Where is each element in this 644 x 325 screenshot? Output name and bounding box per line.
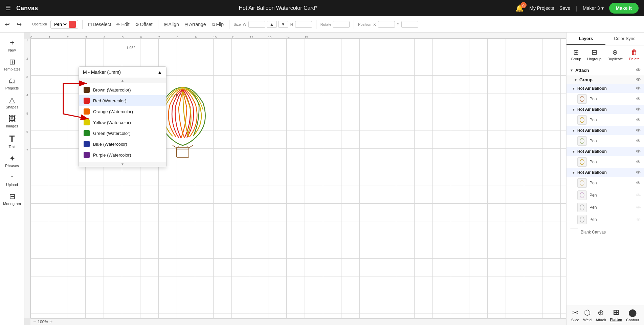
flip-button[interactable]: ⇅ Flip — [210, 21, 225, 28]
attach-eye-icon[interactable]: 👁 — [636, 67, 641, 73]
dropdown-header[interactable]: M - Marker (1mm) ▲ — [79, 67, 166, 78]
width-up[interactable]: ▲ — [267, 21, 277, 28]
layer-balloon-1-pen[interactable]: Pen 👁 — [567, 93, 644, 105]
layer-balloon-4-header[interactable]: ▼ Hot Air Balloon 👁 — [567, 147, 644, 156]
weld-label: Weld — [583, 318, 592, 322]
balloon5-pen4-eye-icon[interactable]: 👁 — [636, 217, 641, 222]
balloon4-eye-icon[interactable]: 👁 — [636, 149, 641, 154]
balloon1-pen-eye-icon[interactable]: 👁 — [636, 96, 641, 102]
group-icon: ⊞ — [573, 48, 579, 56]
redo-button[interactable]: ↪ — [15, 19, 24, 29]
width-input[interactable] — [248, 21, 265, 28]
sidebar-item-monogram[interactable]: ⊟ Monogram — [1, 190, 23, 208]
size-group: Size W ▲ ▼ H — [234, 21, 312, 28]
sidebar-item-images[interactable]: 🖼 Images — [1, 113, 23, 130]
ungroup-button[interactable]: ⊟ Ungroup — [587, 48, 601, 61]
layer-balloon-5-header[interactable]: ▼ Hot Air Balloon 👁 — [567, 168, 644, 177]
height-input[interactable] — [295, 21, 312, 28]
weld-button[interactable]: ⬡ Weld — [583, 308, 592, 322]
ungroup-label: Ungroup — [587, 57, 601, 61]
layer-balloon-5-pen-3[interactable]: Pen 👁 — [567, 201, 644, 214]
slice-button[interactable]: ✂ Slice — [571, 308, 579, 322]
duplicate-button[interactable]: ⊕ Duplicate — [607, 48, 623, 61]
my-projects-link[interactable]: My Projects — [529, 5, 554, 11]
dropdown-item-purple[interactable]: Purple (Watercolor) — [79, 149, 166, 160]
balloon5-pen2-eye-icon[interactable]: 👁 — [636, 192, 641, 198]
sidebar-item-text[interactable]: T Text — [1, 131, 23, 151]
sidebar-item-templates[interactable]: ⊞ Templates — [1, 56, 23, 73]
balloon2-pen-label: Pen — [590, 118, 597, 122]
dropdown-item-yellow[interactable]: Yellow (Watercolor) — [79, 117, 166, 128]
layer-balloon-5-pen-1[interactable]: Pen 👁 — [567, 177, 644, 189]
layer-attach[interactable]: ▼ Attach 👁 — [567, 65, 644, 75]
balloon5-eye-icon[interactable]: 👁 — [636, 170, 641, 175]
toolbar-separator-4 — [229, 20, 229, 29]
x-input[interactable] — [378, 21, 395, 28]
operation-dropdown[interactable]: Pen — [53, 21, 68, 27]
undo-button[interactable]: ↩ — [3, 19, 12, 29]
tab-layers[interactable]: Layers — [567, 33, 605, 45]
width-down[interactable]: ▼ — [278, 21, 288, 28]
sidebar-item-shapes[interactable]: △ Shapes — [1, 94, 23, 111]
save-button[interactable]: Save — [559, 5, 570, 11]
balloon5-pen2-label: Pen — [590, 193, 597, 198]
attach-button[interactable]: ⊕ Attach — [596, 308, 606, 322]
balloon2-pen-eye-icon[interactable]: 👁 — [636, 117, 641, 123]
tab-color-sync[interactable]: Color Sync — [605, 33, 644, 45]
zoom-out-button[interactable]: − — [33, 319, 36, 325]
flatten-button[interactable]: ⊞ Flatten — [610, 308, 622, 322]
dropdown-item-orange[interactable]: Orange (Watercolor) — [79, 106, 166, 117]
edit-button[interactable]: ✏ Edit — [115, 21, 131, 28]
contour-button[interactable]: ⬤ Contour — [626, 308, 639, 322]
balloon5-pen3-eye-icon[interactable]: 👁 — [636, 205, 641, 210]
layer-balloon-5-pen-2[interactable]: Pen 👁 — [567, 189, 644, 201]
balloon1-eye-icon[interactable]: 👁 — [636, 86, 641, 91]
layer-balloon-5-pen-4[interactable]: Pen 👁 — [567, 214, 644, 226]
svg-point-12 — [580, 138, 584, 144]
sidebar-item-upload[interactable]: ↑ Upload — [1, 171, 23, 189]
layer-balloon-1-header[interactable]: ▼ Hot Air Balloon 👁 — [567, 84, 644, 93]
zoom-in-button[interactable]: + — [49, 319, 52, 325]
balloon5-pen1-eye-icon[interactable]: 👁 — [636, 180, 641, 186]
make-it-button[interactable]: Make It — [609, 3, 639, 14]
balloon3-eye-icon[interactable]: 👁 — [636, 128, 641, 133]
group-button[interactable]: ⊞ Group — [571, 48, 581, 61]
y-input[interactable] — [401, 21, 418, 28]
sidebar-item-projects[interactable]: 🗂 Projects — [1, 75, 23, 92]
dropdown-scroll-down[interactable]: ▼ — [79, 162, 166, 167]
maker-selector[interactable]: Maker 3 ▾ — [583, 5, 604, 11]
layer-balloon-4-pen[interactable]: Pen 👁 — [567, 156, 644, 168]
layer-balloon-3-header[interactable]: ▼ Hot Air Balloon 👁 — [567, 126, 644, 135]
dropdown-item-brown[interactable]: Brown (Watercolor) — [79, 84, 166, 95]
balloon3-pen-eye-icon[interactable]: 👁 — [636, 138, 641, 144]
sidebar-item-new[interactable]: ＋ New — [1, 35, 23, 54]
balloon2-eye-icon[interactable]: 👁 — [636, 107, 641, 112]
dropdown-item-green[interactable]: Green (Watercolor) — [79, 128, 166, 139]
canvas-area[interactable]: 0 1 2 3 4 5 6 7 8 9 10 11 12 13 14 15 1 … — [24, 33, 566, 325]
balloon5-pen3-thumbnail — [577, 203, 587, 212]
navbar-right: 🔔 29 My Projects Save | Maker 3 ▾ Make I… — [515, 3, 639, 14]
contour-icon: ⬤ — [628, 308, 637, 317]
dropdown-scroll-up[interactable]: ▲ — [79, 78, 166, 83]
offset-button[interactable]: ⚙ Offset — [134, 21, 154, 28]
layer-balloon-2-header[interactable]: ▼ Hot Air Balloon 👁 — [567, 105, 644, 114]
group-label-layer: Group — [579, 77, 593, 82]
notification-count: 29 — [520, 2, 527, 8]
group-eye-icon[interactable]: 👁 — [636, 77, 641, 82]
operation-selector[interactable]: Pen — [50, 20, 78, 29]
layer-balloon-3-pen[interactable]: Pen 👁 — [567, 135, 644, 147]
layer-balloon-2-pen[interactable]: Pen 👁 — [567, 114, 644, 126]
dropdown-item-red[interactable]: Red (Watercolor) — [79, 95, 166, 106]
align-button[interactable]: ⊞ Align — [162, 21, 180, 28]
deselect-button[interactable]: ⊡ Deselect — [87, 21, 112, 28]
layer-group[interactable]: ▼ Group 👁 — [567, 75, 644, 84]
delete-button[interactable]: 🗑 Delete — [629, 48, 640, 61]
menu-icon[interactable]: ☰ — [5, 4, 11, 12]
rotate-label: Rotate — [320, 22, 331, 26]
dropdown-item-blue[interactable]: Blue (Watercolor) — [79, 139, 166, 149]
arrange-button[interactable]: ⊟ Arrange — [183, 21, 207, 28]
balloon4-pen-eye-icon[interactable]: 👁 — [636, 159, 641, 165]
notification-bell[interactable]: 🔔 29 — [515, 4, 524, 12]
rotate-input[interactable] — [333, 21, 350, 28]
sidebar-item-phrases[interactable]: ✦ Phrases — [1, 152, 23, 170]
